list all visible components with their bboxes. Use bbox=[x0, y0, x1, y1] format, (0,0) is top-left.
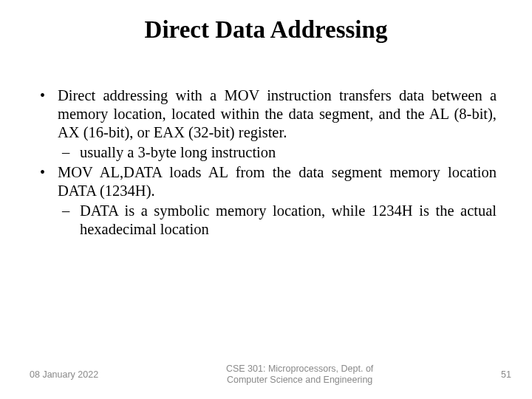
bullet-item: Direct addressing with a MOV instruction… bbox=[35, 86, 497, 162]
footer-course: CSE 301: Microprocessors, Dept. of Compu… bbox=[226, 364, 373, 386]
footer-date: 08 January 2022 bbox=[30, 369, 98, 380]
slide-footer: 08 January 2022 CSE 301: Microprocessors… bbox=[0, 364, 532, 386]
slide-title: Direct Data Addressing bbox=[35, 16, 497, 44]
sub-bullet-item: DATA is a symbolic memory location, whil… bbox=[58, 202, 497, 239]
bullet-text: Direct addressing with a MOV instruction… bbox=[58, 87, 497, 140]
bullet-list: Direct addressing with a MOV instruction… bbox=[35, 86, 497, 239]
footer-page-number: 51 bbox=[501, 369, 511, 380]
slide-content: Direct addressing with a MOV instruction… bbox=[35, 86, 497, 239]
sub-bullet-list: DATA is a symbolic memory location, whil… bbox=[58, 202, 497, 239]
footer-course-line1: CSE 301: Microprocessors, Dept. of bbox=[226, 364, 373, 375]
sub-bullet-list: usually a 3-byte long instruction bbox=[58, 143, 497, 162]
slide: Direct Data Addressing Direct addressing… bbox=[0, 0, 532, 399]
sub-bullet-text: DATA is a symbolic memory location, whil… bbox=[80, 202, 497, 237]
sub-bullet-text: usually a 3-byte long instruction bbox=[80, 144, 276, 160]
sub-bullet-item: usually a 3-byte long instruction bbox=[58, 143, 497, 162]
footer-course-line2: Computer Science and Engineering bbox=[226, 375, 373, 386]
bullet-item: MOV AL,DATA loads AL from the data segme… bbox=[35, 163, 497, 239]
bullet-text: MOV AL,DATA loads AL from the data segme… bbox=[58, 164, 497, 199]
